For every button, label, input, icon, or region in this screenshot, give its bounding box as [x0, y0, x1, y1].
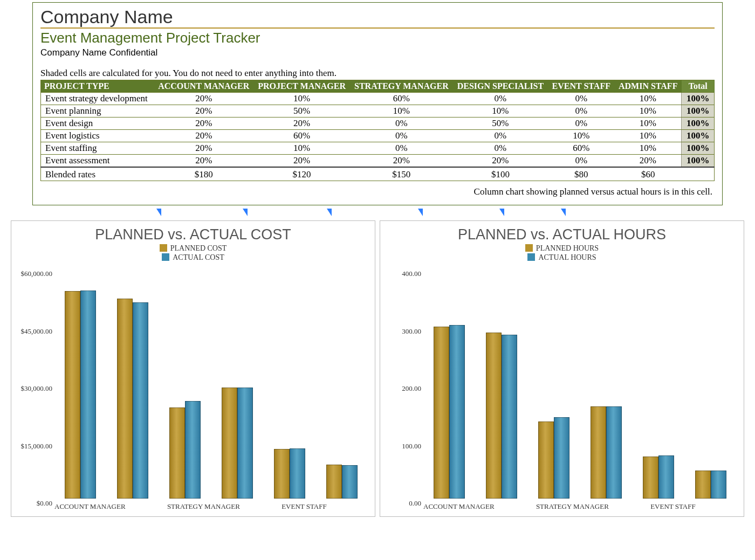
x-tick-label — [240, 502, 282, 511]
percent-cell[interactable]: 20% — [614, 155, 682, 168]
project-type-cell[interactable]: Event strategy development — [41, 93, 154, 105]
rate-cell[interactable]: $100 — [453, 167, 548, 181]
project-type-cell[interactable]: Event logistics — [41, 130, 154, 142]
percent-cell[interactable]: 10% — [253, 142, 350, 155]
bar-actual — [185, 401, 201, 499]
percent-cell[interactable]: 10% — [614, 93, 682, 105]
percent-cell[interactable]: 10% — [548, 130, 614, 142]
project-type-cell[interactable]: Event staffing — [41, 142, 154, 155]
percent-cell[interactable]: 10% — [614, 142, 682, 155]
bar-actual — [290, 448, 305, 499]
percent-cell[interactable]: 20% — [154, 105, 253, 117]
percent-cell[interactable]: 0% — [548, 105, 614, 117]
bar-planned — [643, 457, 658, 499]
rate-cell[interactable]: $80 — [548, 167, 614, 181]
percent-cell[interactable]: 10% — [614, 105, 682, 117]
percent-cell[interactable]: 0% — [350, 142, 453, 155]
table-header: ACCOUNT MANAGER — [154, 80, 253, 93]
percent-cell[interactable]: 20% — [453, 155, 548, 168]
percent-cell[interactable]: 10% — [253, 93, 350, 105]
rate-cell[interactable]: $120 — [253, 167, 350, 181]
percent-cell[interactable]: 20% — [253, 155, 350, 168]
x-tick-label: EVENT STAFF — [650, 502, 696, 511]
percent-cell[interactable]: 20% — [154, 142, 253, 155]
percent-cell[interactable]: 20% — [350, 155, 453, 168]
legend-label: ACTUAL HOURS — [538, 253, 596, 261]
table-header: STRATEGY MANAGER — [350, 80, 453, 93]
y-tick-label: $15,000.00 — [11, 442, 52, 451]
bar-actual — [658, 455, 674, 499]
marker-icon — [156, 209, 161, 216]
chart-placement-note: Column chart showing planned versus actu… — [40, 186, 712, 197]
percent-cell[interactable]: 0% — [453, 130, 548, 142]
x-tick-label: EVENT STAFF — [282, 502, 327, 511]
percent-cell[interactable]: 10% — [350, 105, 453, 117]
x-tick-label — [126, 502, 167, 511]
y-tick-label: 400.00 — [380, 269, 421, 278]
chart-legend: PLANNED HOURS ACTUAL HOURS — [382, 244, 742, 262]
bar-planned — [117, 299, 133, 499]
total-cell: 100% — [682, 142, 715, 155]
table-header: PROJECT TYPE — [41, 80, 154, 93]
total-cell: 100% — [682, 130, 715, 142]
percent-cell[interactable]: 0% — [350, 117, 453, 130]
x-tick-label: ACCOUNT MANAGER — [54, 502, 126, 511]
bar-group — [434, 325, 466, 499]
percent-cell[interactable]: 0% — [453, 93, 548, 105]
bar-planned — [538, 421, 554, 499]
percent-cell[interactable]: 50% — [253, 105, 350, 117]
legend-swatch-actual — [527, 253, 535, 261]
percent-cell[interactable]: 60% — [548, 142, 614, 155]
bar-group — [326, 465, 359, 499]
total-cell: 100% — [682, 117, 715, 130]
percent-cell[interactable]: 20% — [154, 93, 253, 105]
percent-cell[interactable]: 20% — [253, 117, 350, 130]
percent-cell[interactable]: 20% — [154, 117, 253, 130]
percent-cell[interactable]: 20% — [154, 130, 253, 142]
project-type-cell[interactable]: Event assessment — [41, 155, 154, 168]
marker-icon — [243, 209, 248, 216]
bar-actual — [342, 465, 358, 499]
legend-label: PLANNED HOURS — [536, 244, 599, 252]
document-frame: Company Name Event Management Project Tr… — [32, 2, 723, 205]
marker-icon — [561, 209, 566, 216]
project-type-cell[interactable]: Event planning — [41, 105, 154, 117]
percent-cell[interactable]: 0% — [350, 130, 453, 142]
bar-planned — [65, 291, 80, 499]
legend-label: ACTUAL COST — [173, 253, 224, 261]
percent-cell[interactable]: 0% — [548, 155, 614, 168]
y-tick-label: $45,000.00 — [11, 327, 52, 336]
bar-planned — [434, 327, 449, 499]
bar-actual — [554, 417, 569, 499]
percent-cell[interactable]: 0% — [548, 93, 614, 105]
project-type-cell[interactable]: Event design — [41, 117, 154, 130]
table-row: Event assessment20%20%20%20%0%20%100% — [41, 155, 715, 168]
allocation-table: PROJECT TYPEACCOUNT MANAGERPROJECT MANAG… — [40, 80, 715, 181]
instruction-note: Shaded cells are calculated for you. You… — [40, 68, 715, 79]
percent-cell[interactable]: 0% — [548, 117, 614, 130]
percent-cell[interactable]: 10% — [614, 130, 682, 142]
legend-swatch-planned — [160, 244, 167, 252]
table-row: Event planning20%50%10%10%0%10%100% — [41, 105, 715, 117]
y-tick-label: 0.00 — [380, 499, 421, 508]
percent-cell[interactable]: 60% — [350, 93, 453, 105]
total-cell — [682, 167, 715, 181]
bar-actual — [80, 291, 96, 499]
chart-title: PLANNED vs. ACTUAL COST — [13, 226, 373, 243]
rate-cell[interactable]: $150 — [350, 167, 453, 181]
bar-group — [486, 333, 518, 499]
chart-legend: PLANNED COST ACTUAL COST — [13, 244, 373, 262]
legend-label: PLANNED COST — [170, 244, 227, 252]
percent-cell[interactable]: 20% — [154, 155, 253, 168]
column-markers — [0, 209, 755, 220]
percent-cell[interactable]: 50% — [453, 117, 548, 130]
percent-cell[interactable]: 10% — [453, 105, 548, 117]
bar-group — [538, 417, 571, 499]
percent-cell[interactable]: 10% — [614, 117, 682, 130]
rate-cell[interactable]: $180 — [154, 167, 253, 181]
blended-label: Blended rates — [41, 167, 154, 181]
rate-cell[interactable]: $60 — [614, 167, 682, 181]
percent-cell[interactable]: 0% — [453, 142, 548, 155]
chart-title: PLANNED vs. ACTUAL HOURS — [382, 226, 742, 243]
percent-cell[interactable]: 60% — [253, 130, 350, 142]
